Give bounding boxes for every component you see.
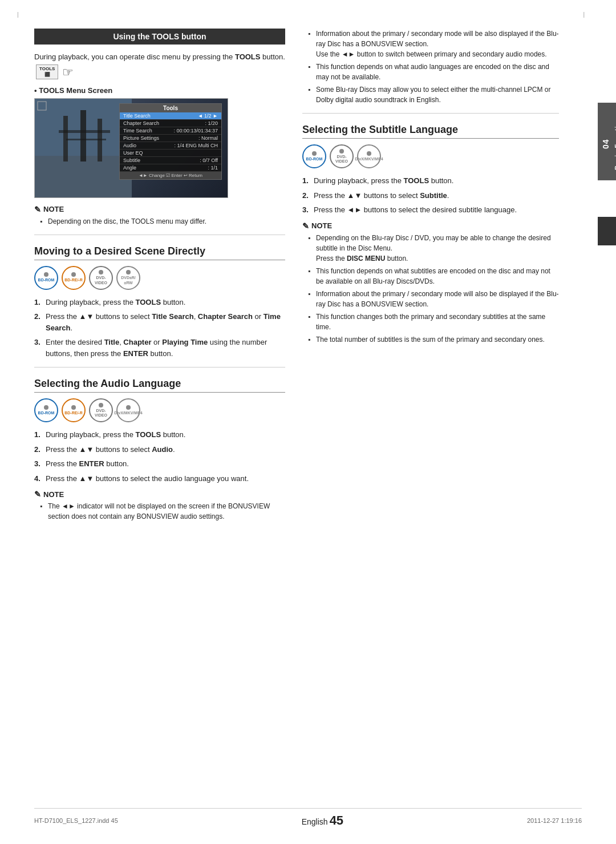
english-label: English [302,817,328,826]
tools-row-angle: Angle: 1/1 [120,164,221,172]
subtitle-note-item-1: Depending on the Blu-ray Disc / DVD, you… [302,233,559,264]
tools-section-header: Using the TOOLS button [34,29,285,45]
moving-disc-badges: BD-ROM BD-RE/-R DVD-VIDEO DVD±R/±RW [34,266,285,290]
subtitle-badge-bd: BD-ROM [302,144,326,168]
subtitle-note-label: ✎ NOTE [302,221,559,231]
left-column: Using the TOOLS button During playback, … [34,29,285,527]
tools-menu-overlay-title: Tools [120,104,221,112]
audio-right-note-1: Information about the primary / secondar… [302,29,559,59]
svg-rect-7 [66,139,106,140]
tools-row-subtitle: Subtitle: 0/7 Off [120,157,221,164]
svg-rect-1 [35,156,132,198]
tools-menu-overlay: Tools Title Search◄ 1/2 ► Chapter Search… [119,103,222,180]
moving-step-2: 2. Press the ▲▼ buttons to select Title … [34,311,285,333]
tools-end: button. [260,53,285,61]
page-footer: HT-D7100_ELS_1227.indd 45 English 45 201… [34,808,582,828]
disc-inner [99,270,103,274]
moving-step-1: 1. During playback, press the TOOLS butt… [34,297,285,308]
tools-button-wrapper: TOOLS ⬛ ☞ [34,63,74,82]
audio-section-title: Selecting the Audio Language [34,378,285,393]
tools-bold: TOOLS [235,53,261,61]
note-item-1: Depending on the disc, the TOOLS menu ma… [34,216,285,227]
corner-mark-tr: | [583,11,585,18]
audio-note: ✎ NOTE The ◄► indicator will not be disp… [34,490,285,522]
disc-inner [367,151,371,156]
hand-icon: ☞ [62,63,74,82]
subtitle-disc-badges: BD-ROM DVD-VIDEO DivX/MKV/MP4 [302,144,559,168]
audio-note-item-1: The ◄► indicator will not be displayed o… [34,501,285,522]
badge-bd-rom: BD-ROM [34,266,58,290]
disc-inner [44,272,48,277]
tools-row-usereq: User EQ [120,150,221,157]
subtitle-note-pencil-icon: ✎ [302,221,309,231]
subtitle-badge-dvd: DVD-VIDEO [330,144,354,168]
disc-inner [71,272,76,277]
moving-step-3: 3. Enter the desired Title, Chapter or P… [34,337,285,359]
tools-menu-screenshot: Tools Title Search◄ 1/2 ► Chapter Search… [34,98,228,198]
badge-dvd-rw: DVD±R/±RW [116,266,140,290]
disc-inner [126,405,131,410]
tools-row-picture: Picture Settings: Normal [120,135,221,142]
audio-badge-dvd: DVD-VIDEO [89,398,113,422]
tools-menu-footer: ◄► Change ☑ Enter ↩ Return [120,172,221,179]
disc-inner [44,405,48,410]
corner-mark-tl: | [17,11,19,18]
badge-bd-re-r: BD-RE/-R [62,266,86,290]
audio-step-2: 2. Press the ▲▼ buttons to select Audio. [34,444,285,455]
tools-inline-button: TOOLS ⬛ [36,64,58,79]
audio-badge-divx: DivX/MKV/MP4 [116,398,140,422]
audio-step-1: 1. During playback, press the TOOLS butt… [34,429,285,441]
bg-illustration [35,99,132,198]
tools-note: ✎ NOTE Depending on the disc, the TOOLS … [34,205,285,227]
audio-note-pencil-icon: ✎ [34,490,41,499]
audio-step-4: 4. Press the ▲▼ buttons to select the au… [34,473,285,484]
footer-left: HT-D7100_ELS_1227.indd 45 [34,817,118,824]
audio-badge-bd: BD-ROM [34,398,58,422]
tools-intro-text: During playback, you can operate disc me… [34,51,285,82]
subtitle-note: ✎ NOTE Depending on the Blu-ray Disc / D… [302,221,559,345]
audio-right-notes: Information about the primary / secondar… [302,29,559,105]
subtitle-steps: 1. During playback, press the TOOLS butt… [302,175,559,216]
audio-badge-bdr: BD-RE/-R [62,398,86,422]
divider-1 [34,235,285,235]
content-columns: Using the TOOLS button During playback, … [34,29,582,527]
tools-intro: During playback, you can operate disc me… [34,53,235,61]
tools-btn-label: TOOLS [39,66,55,72]
tools-menu-label: • TOOLS Menu Screen [34,86,285,95]
audio-note-title: NOTE [43,490,64,499]
tools-btn-icon: ⬛ [44,72,50,78]
note-title: NOTE [43,205,64,213]
page-number-section: English 45 [302,813,343,828]
subtitle-note-item-5: The total number of subtitles is the sum… [302,334,559,345]
disc-inner [312,151,317,156]
page-number: 45 [330,813,343,827]
divider-3 [302,113,559,114]
tools-row-audio: Audio: 1/4 ENG Multi CH [120,142,221,150]
moving-section-title: Moving to a Desired Scene Directly [34,245,285,260]
tools-title: Using the TOOLS button [113,32,206,41]
subtitle-badge-divx: DivX/MKV/MP4 [357,144,381,168]
subtitle-step-2: 2. Press the ▲▼ buttons to select Subtit… [302,190,559,201]
tools-row-chapter: Chapter Search: 1/20 [120,120,221,127]
moving-steps: 1. During playback, press the TOOLS butt… [34,297,285,360]
audio-disc-badges: BD-ROM BD-RE/-R DVD-VIDEO DivX/MKV/MP4 [34,398,285,422]
note-label: ✎ NOTE [34,205,285,214]
subtitle-note-item-3: Information about the primary / secondar… [302,289,559,309]
page-container: | | Using the TOOLS button During playba… [0,0,616,844]
note-pencil-icon: ✎ [34,205,41,214]
subtitle-step-3: 3. Press the ◄► buttons to select the de… [302,204,559,216]
divider-2 [34,367,285,368]
disc-inner [99,403,103,407]
disc-inner [71,405,76,410]
audio-steps: 1. During playback, press the TOOLS butt… [34,429,285,484]
svg-rect-6 [59,130,110,133]
audio-note-label: ✎ NOTE [34,490,285,499]
tools-row-title: Title Search◄ 1/2 ► [120,112,221,120]
badge-dvd-video: DVD-VIDEO [89,266,113,290]
audio-right-note-2: This function depends on what audio lang… [302,62,559,82]
disc-inner [126,270,131,274]
footer-right: 2011-12-27 1:19:16 [527,817,582,824]
disc-inner [339,149,344,154]
subtitle-note-item-2: This function depends on what subtitles … [302,266,559,286]
subtitle-note-title: NOTE [311,221,332,230]
